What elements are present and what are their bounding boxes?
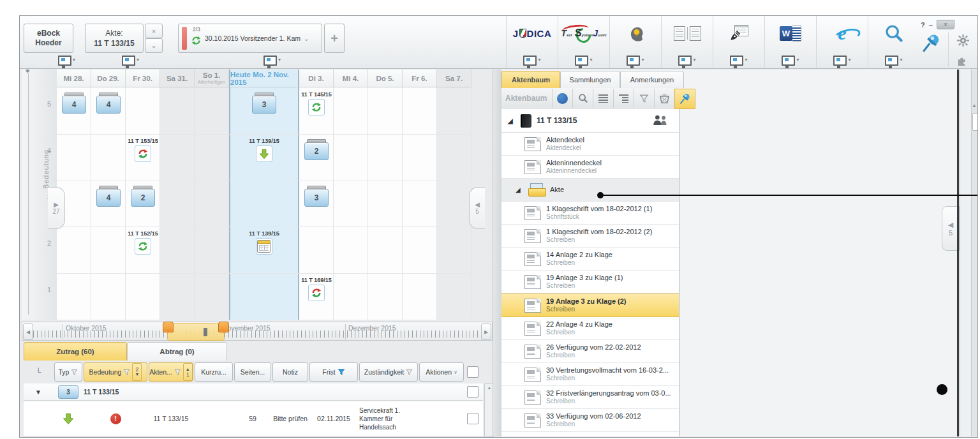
column-header-frist[interactable]: Frist [309,362,358,382]
case-folder-icon[interactable]: 2 [304,142,329,160]
calendar-item[interactable]: 3 [252,91,276,114]
timeline-right-arrow[interactable]: ▶ [481,324,491,340]
tab-aktenbaum[interactable]: Aktenbaum [501,71,560,88]
case-folder-icon[interactable]: 4 [96,96,121,114]
plugins-puzzle-icon[interactable] [956,55,970,69]
sync-red-green-icon[interactable] [135,145,151,162]
case-folder-icon[interactable]: 4 [62,96,86,114]
monitor-dropdown[interactable]: ▾ [885,56,902,66]
calendar-item[interactable]: 2 [304,138,329,160]
column-header-bedeutung[interactable]: Bedeutung2▼ [84,362,147,382]
scroll-up-icon[interactable]: ▲ [972,103,977,108]
timeline-pin-end[interactable] [218,322,229,332]
timeline-pin-start[interactable] [163,322,174,332]
calendar-day-column[interactable] [368,87,403,320]
column-header-notiz[interactable]: Notiz [272,362,308,382]
case-folder-icon[interactable]: 3 [304,189,329,207]
timeline-selection[interactable] [167,323,225,341]
timeline[interactable]: ◀ Oktober 2015November 2015Dezember 2015… [22,322,493,341]
calendar-day-column[interactable] [160,87,195,320]
tree-item[interactable]: 19 Anlage 3 zu Klage (2)Schreiben [501,294,679,317]
column-header-kurzrubrum[interactable]: Kurzru... [195,362,233,382]
tree-item[interactable]: 1 Klageschrift vom 18-02-2012 (1)Schrift… [501,202,679,225]
monitor-dropdown[interactable]: ▾ [782,56,799,66]
tree-item[interactable]: 32 Fristverlängerungsantrag vom 03-0...S… [501,386,679,409]
tab-abtrag[interactable]: Abtrag (0) [127,342,227,361]
calendar-day-header[interactable]: Di 3. [299,70,334,87]
calendar-day-column[interactable] [195,87,229,320]
aktionen-dropdown[interactable]: Aktionen∨ [419,362,464,382]
list-icon[interactable] [593,89,613,108]
tree-item[interactable]: 33 Verfügung vom 02-06-2012Schreiben [501,409,679,432]
pushpin-icon[interactable] [921,33,942,57]
timeline-track[interactable]: Oktober 2015November 2015Dezember 2015 [33,323,481,339]
tab-sammlungen[interactable]: Sammlungen [560,71,620,88]
calendar-item[interactable]: 3 [304,184,329,207]
search-icon[interactable] [572,89,593,108]
trash-icon[interactable] [654,89,674,108]
tree-item[interactable]: 22 Anlage 4 zu KlageSchreiben [501,317,679,340]
tree-item[interactable]: 14 Anlage 2 zu KlageSchreiben [501,248,679,271]
scroll-up-icon[interactable]: ▲ [487,384,492,390]
monitor-dropdown[interactable]: ▾ [678,56,695,66]
calendar-item[interactable]: 11 T 153/15 [128,138,158,162]
scroll-thumb[interactable] [972,113,978,131]
group-folder-icon[interactable]: 3 [54,385,82,399]
minimize-button[interactable]: – [929,21,933,29]
judica-logo[interactable]: JDICA [513,22,552,44]
filter-icon[interactable] [634,89,654,108]
monitor-dropdown[interactable]: ▾ [523,56,540,66]
akte-expand-button[interactable]: ⌄ [145,38,163,53]
chevron-down-icon[interactable]: ⌄ [304,35,309,42]
calendar-day-column[interactable] [403,87,437,320]
pushpin-icon[interactable] [921,45,942,56]
calendar-day-column[interactable] [229,87,299,320]
calendar-item[interactable]: 11 T 139/15 [249,138,279,162]
internet-explorer-icon[interactable]: e [838,22,846,44]
timeline-left-arrow[interactable]: ◀ [23,324,33,340]
magnifier-icon[interactable] [884,22,903,44]
tree-item[interactable]: ◢Akte [501,179,679,202]
calendar-day-header[interactable]: Heute Mo. 2 Nov. 2015 [229,70,299,87]
word-icon[interactable]: W [780,22,801,44]
case-folder-icon[interactable]: 3 [252,96,276,114]
tree-item[interactable]: 26 Verfügung vom 22-02-2012Schreiben [501,340,679,363]
expand-triangle-icon[interactable]: ◢ [508,117,516,124]
sort-badge[interactable]: ▲1 [183,363,193,381]
ebock-hoeder-button[interactable]: eBock Hoeder [24,24,73,53]
calendar-item[interactable]: 2 [131,184,155,207]
column-header-typ[interactable]: Typ [54,362,82,382]
calendar-day-header[interactable]: Fr 30. [126,70,160,87]
tab-zutrag[interactable]: Zutrag (60) [24,342,127,361]
calendar-day-column[interactable] [334,87,368,320]
arrow-down-green-icon[interactable] [256,145,272,162]
monitor-dropdown[interactable]: ▾ [627,56,644,66]
case-folder-icon[interactable]: 2 [131,189,155,207]
sync-red-green-icon[interactable] [308,285,325,301]
preview-scrollbar[interactable]: ▲ [960,70,978,436]
close-button[interactable]: × [937,20,954,29]
tree-item[interactable]: 19 Anlage 3 zu Klage (1)Schreiben [501,271,679,294]
tree-item[interactable]: 30 Vertretungsvollmacht vom 16-03-2...Sc… [501,363,679,386]
calendar-day-header[interactable]: So 1.Allerheiligen [195,70,229,87]
calendar-item[interactable]: 4 [62,91,86,114]
calendar-item[interactable]: 11 T 169/15 [301,277,332,301]
tree-root-item[interactable]: ◢11 T 133/15 [501,109,679,133]
pin-icon[interactable] [674,89,695,109]
akte-close-button[interactable]: × [145,24,163,38]
calendar-item[interactable]: 11 T 145/15 [301,91,332,115]
monitor-dropdown[interactable]: ▾ [122,56,139,67]
refresh-green-icon[interactable] [308,99,325,115]
calendar-item[interactable]: 4 [96,184,121,207]
documents-pair-icon[interactable] [674,22,701,44]
monitor-dropdown[interactable]: ▾ [575,56,592,66]
column-header-akten[interactable]: Akten...▲1 [149,362,193,382]
tree-list-icon[interactable] [613,89,634,108]
textsystem-justiz-logo[interactable]: Text SystemJustiz [561,22,607,44]
calendar-day-header[interactable]: Do 29. [91,70,126,87]
case-folder-icon[interactable]: 4 [96,189,121,207]
calendar-day-header[interactable]: Do 5. [368,70,403,87]
tree-item[interactable]: AkteninnendeckelAkteninnendeckel [501,156,679,179]
calendar-day-column[interactable] [437,87,471,320]
tab-anmerkungen[interactable]: Anmerkungen [620,71,684,88]
